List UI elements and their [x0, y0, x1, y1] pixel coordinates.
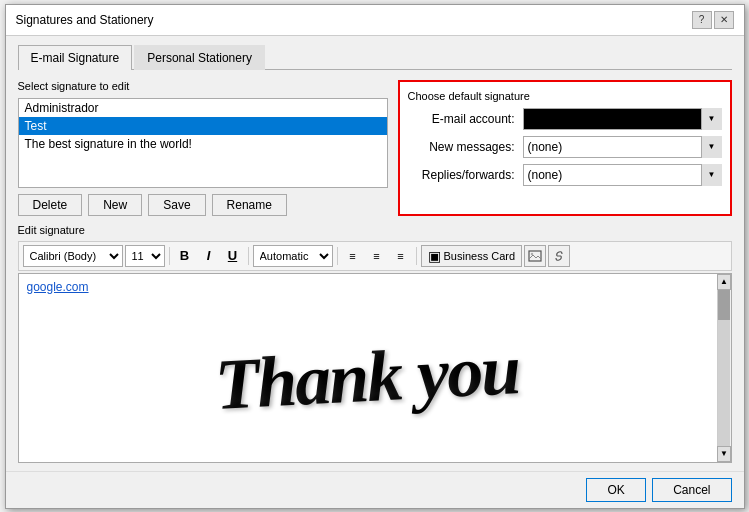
delete-button[interactable]: Delete [18, 194, 83, 216]
new-messages-select[interactable]: (none)AdministradorTestThe best signatur… [523, 136, 722, 158]
svg-rect-0 [529, 251, 541, 261]
thank-you-image: Thank you [27, 300, 709, 455]
vertical-scrollbar[interactable]: ▲ ▼ [717, 274, 731, 462]
choose-default-label: Choose default signature [408, 90, 722, 102]
action-buttons: Delete New Save Rename [18, 194, 388, 216]
scroll-thumb[interactable] [718, 290, 730, 320]
dialog-title: Signatures and Stationery [16, 13, 154, 27]
insert-picture-button[interactable] [524, 245, 546, 267]
align-right-button[interactable]: ≡ [390, 245, 412, 267]
replies-row: Replies/forwards: (none)AdministradorTes… [408, 164, 722, 186]
align-left-button[interactable]: ≡ [342, 245, 364, 267]
bold-button[interactable]: B [174, 245, 196, 267]
replies-dropdown-container[interactable]: (none)AdministradorTestThe best signatur… [523, 164, 722, 186]
select-sig-label: Select signature to edit [18, 80, 388, 92]
help-button[interactable]: ? [692, 11, 712, 29]
scroll-down-button[interactable]: ▼ [717, 446, 731, 462]
align-center-button[interactable]: ≡ [366, 245, 388, 267]
picture-icon [528, 250, 542, 262]
edit-sig-label: Edit signature [18, 224, 732, 236]
main-area: Select signature to edit Administrador T… [18, 80, 732, 216]
new-button[interactable]: New [88, 194, 142, 216]
dialog-window: Signatures and Stationery ? ✕ E-mail Sig… [5, 4, 745, 509]
email-account-value[interactable] [523, 108, 722, 130]
business-card-button[interactable]: ▣ Business Card [421, 245, 523, 267]
toolbar-separator-4 [416, 247, 417, 265]
edit-sig-section: Edit signature Calibri (Body)ArialTimes … [18, 224, 732, 463]
formatting-toolbar: Calibri (Body)ArialTimes New RomanVerdan… [18, 241, 732, 271]
scroll-track[interactable] [718, 290, 730, 446]
cancel-button[interactable]: Cancel [652, 478, 731, 502]
hyperlink-icon [552, 250, 566, 262]
color-select[interactable]: Automatic Red Blue [253, 245, 333, 267]
new-messages-dropdown-container[interactable]: (none)AdministradorTestThe best signatur… [523, 136, 722, 158]
ok-button[interactable]: OK [586, 478, 646, 502]
underline-button[interactable]: U [222, 245, 244, 267]
sig-item-best[interactable]: The best signature in the world! [19, 135, 387, 153]
toolbar-separator-3 [337, 247, 338, 265]
font-family-select[interactable]: Calibri (Body)ArialTimes New RomanVerdan… [23, 245, 123, 267]
business-card-icon: ▣ [428, 248, 441, 264]
toolbar-separator-2 [248, 247, 249, 265]
sig-item-administrador[interactable]: Administrador [19, 99, 387, 117]
edit-area[interactable]: google.com Thank you ▲ ▼ [18, 273, 732, 463]
tab-personal-stationery[interactable]: Personal Stationery [134, 45, 265, 70]
scroll-up-button[interactable]: ▲ [717, 274, 731, 290]
replies-label: Replies/forwards: [408, 168, 523, 182]
business-card-label: Business Card [444, 250, 516, 262]
edit-content: google.com Thank you [19, 274, 717, 462]
close-button[interactable]: ✕ [714, 11, 734, 29]
email-account-row: E-mail account: [408, 108, 722, 130]
left-section: Select signature to edit Administrador T… [18, 80, 388, 216]
title-controls: ? ✕ [692, 11, 734, 29]
tab-bar: E-mail Signature Personal Stationery [18, 44, 732, 70]
thank-you-text: Thank you [213, 328, 521, 427]
italic-button[interactable]: I [198, 245, 220, 267]
toolbar-separator-1 [169, 247, 170, 265]
google-link[interactable]: google.com [27, 280, 709, 294]
title-bar: Signatures and Stationery ? ✕ [6, 5, 744, 36]
sig-item-test[interactable]: Test [19, 117, 387, 135]
email-account-label: E-mail account: [408, 112, 523, 126]
signature-list[interactable]: Administrador Test The best signature in… [18, 98, 388, 188]
right-section: Choose default signature E-mail account:… [398, 80, 732, 216]
font-size-select[interactable]: 891011121416182024 [125, 245, 165, 267]
dialog-footer: OK Cancel [6, 471, 744, 512]
new-messages-label: New messages: [408, 140, 523, 154]
new-messages-row: New messages: (none)AdministradorTestThe… [408, 136, 722, 158]
rename-button[interactable]: Rename [212, 194, 287, 216]
save-button[interactable]: Save [148, 194, 205, 216]
email-account-dropdown-container [523, 108, 722, 130]
replies-select[interactable]: (none)AdministradorTestThe best signatur… [523, 164, 722, 186]
dialog-content: E-mail Signature Personal Stationery Sel… [6, 36, 744, 471]
tab-email-signature[interactable]: E-mail Signature [18, 45, 133, 70]
insert-hyperlink-button[interactable] [548, 245, 570, 267]
